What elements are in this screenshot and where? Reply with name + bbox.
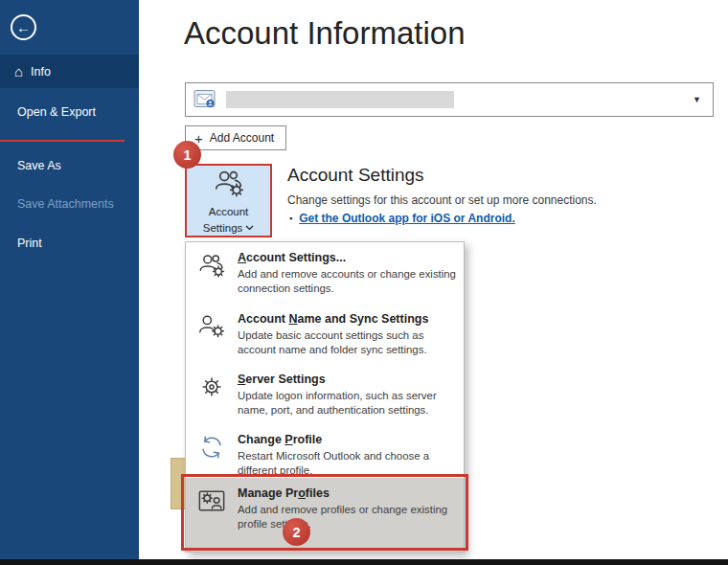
menu-item-manage-profiles[interactable]: Manage Profiles Add and remove profiles … bbox=[186, 478, 464, 552]
sidebar-item-label: Open & Export bbox=[17, 105, 96, 119]
gear-person-card-icon bbox=[197, 486, 228, 552]
menu-item-server-settings[interactable]: Server Settings Update logon information… bbox=[186, 364, 464, 424]
chevron-down-icon: ▼ bbox=[693, 95, 701, 104]
menu-item-account-settings[interactable]: Account Settings... Add and remove accou… bbox=[186, 242, 464, 304]
sidebar-item-info[interactable]: ⌂ Info bbox=[0, 55, 139, 88]
annotation-step-1-badge: 1 bbox=[173, 141, 201, 169]
sidebar-item-save-attachments: Save Attachments bbox=[0, 190, 139, 218]
person-gear-icon bbox=[197, 312, 228, 364]
account-settings-button[interactable]: Account Settings bbox=[185, 164, 272, 237]
sidebar-item-label: Save As bbox=[17, 159, 61, 172]
add-account-button[interactable]: + Add Account bbox=[185, 125, 286, 150]
back-button[interactable]: ← bbox=[11, 14, 36, 40]
account-avatar-icon bbox=[193, 89, 216, 110]
sidebar-item-label: Save Attachments bbox=[17, 197, 114, 211]
annotation-line bbox=[0, 140, 125, 142]
account-settings-menu: Account Settings... Add and remove accou… bbox=[185, 241, 465, 553]
menu-item-title: Change Profile bbox=[238, 433, 462, 446]
sidebar-item-open-export[interactable]: Open & Export bbox=[0, 97, 139, 127]
account-settings-button-label-1: Account bbox=[209, 205, 249, 219]
sidebar-item-label: Info bbox=[31, 65, 51, 79]
menu-item-description: Add and remove accounts or change existi… bbox=[238, 267, 462, 297]
account-settings-button-label-2: Settings bbox=[203, 221, 243, 236]
bullet-icon: ▪ bbox=[289, 214, 292, 223]
get-outlook-app-link[interactable]: Get the Outlook app for iOS or Android. bbox=[299, 212, 515, 225]
sidebar-item-label: Print bbox=[17, 237, 42, 250]
menu-item-title: Manage Profiles bbox=[238, 486, 462, 500]
menu-item-account-name-sync[interactable]: Account Name and Sync Settings Update ba… bbox=[186, 304, 464, 364]
outlook-app-link-row: ▪ Get the Outlook app for iOS or Android… bbox=[289, 212, 515, 225]
outlook-backstage-window: ← ⌂ Info Open & Export Save As Save Atta… bbox=[0, 0, 728, 565]
account-settings-heading: Account Settings bbox=[287, 165, 424, 186]
back-arrow-icon: ← bbox=[16, 19, 31, 35]
redacted-account-name bbox=[226, 91, 454, 108]
sidebar-item-save-as[interactable]: Save As bbox=[0, 151, 139, 180]
people-gear-icon bbox=[197, 251, 228, 304]
account-settings-description: Change settings for this account or set … bbox=[287, 193, 597, 207]
people-gear-icon bbox=[213, 167, 245, 203]
home-icon: ⌂ bbox=[14, 64, 23, 79]
window-bottom-edge bbox=[0, 559, 728, 565]
page-title: Account Information bbox=[184, 15, 466, 52]
menu-item-change-profile[interactable]: Change Profile Restart Microsoft Outlook… bbox=[186, 424, 464, 478]
menu-item-description: Restart Microsoft Outlook and choose a d… bbox=[238, 449, 462, 478]
menu-item-title: Account Name and Sync Settings bbox=[238, 312, 462, 326]
backstage-sidebar: ← ⌂ Info Open & Export Save As Save Atta… bbox=[0, 0, 139, 565]
sidebar-item-print[interactable]: Print bbox=[0, 229, 139, 258]
menu-item-description: Update basic account settings such as ac… bbox=[238, 328, 462, 358]
menu-item-description: Update logon information, such as server… bbox=[238, 389, 462, 418]
account-selector-dropdown[interactable]: ▼ bbox=[185, 82, 714, 117]
add-account-label: Add Account bbox=[210, 131, 274, 145]
annotation-step-2-badge: 2 bbox=[283, 518, 310, 546]
menu-item-title: Server Settings bbox=[238, 373, 462, 386]
refresh-arrows-icon bbox=[197, 433, 228, 478]
gear-icon bbox=[197, 373, 228, 424]
menu-item-title: Account Settings... bbox=[238, 251, 462, 264]
chevron-down-icon bbox=[245, 225, 254, 231]
menu-item-description: Add and remove profiles or change existi… bbox=[238, 503, 462, 532]
